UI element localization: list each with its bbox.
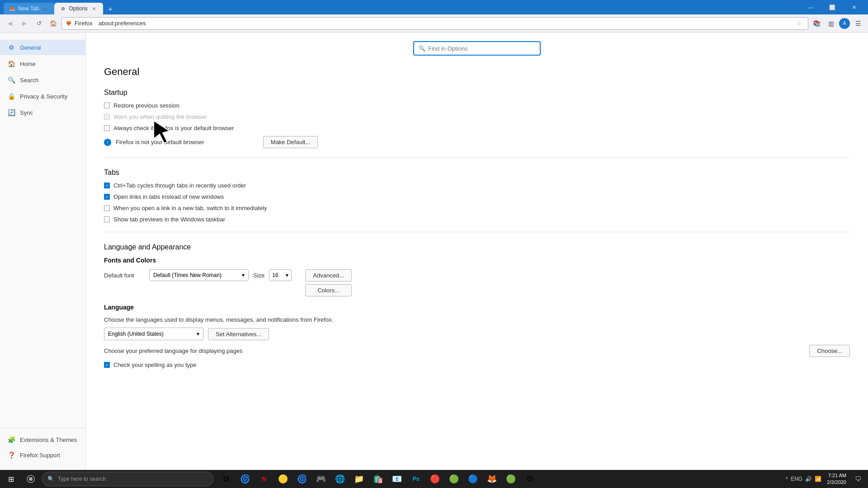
taskbar: ⊞ 🔍 Type here to search ⧉ 🌀 N 🟡 🌀 🎮 🌐 📁 … — [0, 470, 868, 488]
taskbar-app-chrome[interactable]: 🟡 — [274, 470, 292, 488]
language-row: English (United States) ▾ Set Alternativ… — [104, 328, 850, 340]
sidebar-general-label: General — [20, 44, 41, 51]
colors-button[interactable]: Colors... — [305, 284, 352, 296]
divider-1 — [104, 157, 850, 158]
task-view-icon[interactable]: ⧉ — [217, 470, 235, 488]
size-value: 16 — [272, 272, 278, 278]
sidebar-search-label: Search — [20, 77, 38, 84]
library-icon[interactable]: 📚 — [810, 17, 823, 30]
sidebar-toggle-icon[interactable]: ▥ — [825, 17, 837, 30]
font-select[interactable]: Default (Times New Roman) ▾ — [149, 269, 249, 281]
minimize-button[interactable]: — — [800, 1, 821, 14]
tab-option-3: Show tab previews in the Windows taskbar — [104, 216, 850, 223]
warn-quitting-checkbox[interactable] — [104, 114, 110, 120]
maximize-button[interactable]: ⬜ — [822, 1, 843, 14]
set-alternatives-button[interactable]: Set Alternatives... — [208, 328, 269, 340]
tab-checkbox-0[interactable]: ✓ — [104, 183, 110, 188]
avatar[interactable]: A — [839, 18, 850, 29]
taskbar-search-bar[interactable]: 🔍 Type here to search — [42, 472, 213, 486]
tab-options[interactable]: ⚙ Options ✕ — [54, 3, 103, 14]
content-area: 🔍 General Startup Restore previous sessi… — [86, 33, 868, 470]
always-check-row: Always check if Firefox is your default … — [104, 125, 850, 131]
taskbar-search-text: Type here to search — [58, 476, 106, 482]
sidebar-support-label: Firefox Support — [20, 452, 60, 459]
tray-network[interactable]: 📶 — [815, 476, 821, 482]
new-tab-button[interactable]: ＋ — [105, 4, 116, 14]
taskbar-app-0[interactable]: 🌀 — [236, 470, 254, 488]
sidebar-sync-label: Sync — [20, 109, 33, 116]
find-in-options-bar[interactable]: 🔍 — [414, 42, 540, 55]
address-favicon: 🦊 — [66, 20, 72, 26]
make-default-button[interactable]: Make Default... — [263, 136, 318, 148]
taskbar-app-folder[interactable]: 📁 — [350, 470, 368, 488]
language-desc: Choose the languages used to display men… — [104, 316, 850, 323]
bookmark-icon[interactable]: ☆ — [793, 18, 804, 29]
taskbar-app-blue[interactable]: 🔵 — [464, 470, 482, 488]
address-url: about:preferences — [99, 20, 146, 27]
tab-option-1: ✓ Open links in tabs instead of new wind… — [104, 193, 850, 200]
language-dropdown-icon: ▾ — [197, 331, 199, 337]
taskbar-app-red[interactable]: 🔴 — [426, 470, 444, 488]
divider-2 — [104, 232, 850, 232]
tabs-heading: Tabs — [104, 169, 850, 177]
newtab-close-icon[interactable]: ✕ — [42, 5, 49, 12]
size-select[interactable]: 16 ▾ — [269, 269, 292, 281]
refresh-button[interactable]: ↺ — [33, 17, 45, 30]
taskbar-app-mail[interactable]: 📧 — [388, 470, 406, 488]
cortana-button[interactable] — [22, 470, 40, 488]
close-button[interactable]: ✕ — [844, 1, 864, 14]
always-check-checkbox[interactable] — [104, 125, 110, 131]
taskbar-app-edge[interactable]: 🌀 — [293, 470, 311, 488]
sidebar-item-extensions[interactable]: 🧩 Extensions & Themes — [0, 432, 85, 447]
fonts-row-container: Default font Default (Times New Roman) ▾… — [104, 269, 850, 296]
taskbar-app-green2[interactable]: 🟢 — [502, 470, 520, 488]
address-bar[interactable]: 🦊 Firefox about:preferences ☆ — [61, 17, 808, 30]
spell-check-checkbox[interactable]: ✓ — [104, 362, 110, 368]
choose-button[interactable]: Choose... — [809, 345, 850, 357]
restore-session-checkbox[interactable] — [104, 103, 110, 108]
task-view-app[interactable]: ⧉ — [217, 470, 235, 488]
support-icon: ❓ — [7, 451, 15, 459]
startup-heading: Startup — [104, 89, 850, 97]
tab-checkbox-2[interactable] — [104, 205, 110, 211]
taskbar-right: ^ ENG 🔊 📶 7:21 AM 2/3/2020 🗨 — [786, 472, 868, 486]
taskbar-app-green[interactable]: 🟢 — [445, 470, 463, 488]
sidebar-item-privacy[interactable]: 🔒 Privacy & Security — [0, 89, 85, 104]
fonts-colors-heading: Fonts and Colors — [104, 257, 850, 264]
privacy-icon: 🔒 — [7, 92, 15, 100]
tab-newtab[interactable]: 🦊 New Tab ✕ — [4, 3, 54, 14]
sidebar-item-search[interactable]: 🔍 Search — [0, 72, 85, 88]
tab-checkbox-3[interactable] — [104, 216, 110, 222]
start-button[interactable]: ⊞ — [0, 470, 22, 488]
tray-chevron[interactable]: ^ — [786, 476, 788, 482]
default-browser-row: i Firefox is not your default browser Ma… — [104, 136, 850, 148]
notification-icon[interactable]: 🗨 — [852, 473, 864, 485]
back-button[interactable]: ◀ — [4, 17, 16, 30]
taskbar-app-store[interactable]: 🛍️ — [369, 470, 387, 488]
taskbar-app-ps[interactable]: Ps — [407, 470, 425, 488]
address-text: Firefox — [75, 20, 96, 27]
options-close-icon[interactable]: ✕ — [90, 5, 98, 12]
taskbar-app-ie[interactable]: 🌐 — [331, 470, 349, 488]
menu-icon[interactable]: ☰ — [852, 17, 864, 30]
sidebar-item-home[interactable]: 🏠 Home — [0, 56, 85, 71]
sidebar-item-general[interactable]: ⚙ General — [0, 40, 85, 55]
tab-label-3: Show tab previews in the Windows taskbar — [113, 216, 225, 223]
taskbar-app-firefox[interactable]: 🦊 — [483, 470, 501, 488]
taskbar-app-settings[interactable]: ⚙ — [521, 470, 539, 488]
sidebar-bottom: 🧩 Extensions & Themes ❓ Firefox Support — [0, 428, 85, 463]
sidebar-item-sync[interactable]: 🔄 Sync — [0, 105, 85, 120]
forward-button[interactable]: ▶ — [18, 17, 31, 30]
home-button[interactable]: 🏠 — [47, 17, 60, 30]
tray-volume[interactable]: 🔊 — [805, 476, 812, 482]
sidebar-item-support[interactable]: ❓ Firefox Support — [0, 447, 85, 463]
tab-checkbox-1[interactable]: ✓ — [104, 194, 110, 200]
taskbar-app-netflix[interactable]: N — [255, 470, 273, 488]
taskbar-app-steam[interactable]: 🎮 — [312, 470, 330, 488]
tab-label-0: Ctrl+Tab cycles through tabs in recently… — [113, 182, 246, 189]
find-in-options-input[interactable] — [428, 45, 535, 52]
clock-time: 7:21 AM — [827, 472, 846, 479]
language-select[interactable]: English (United States) ▾ — [104, 328, 203, 340]
advanced-button[interactable]: Advanced... — [305, 269, 352, 282]
clock-date: 2/3/2020 — [827, 479, 846, 486]
